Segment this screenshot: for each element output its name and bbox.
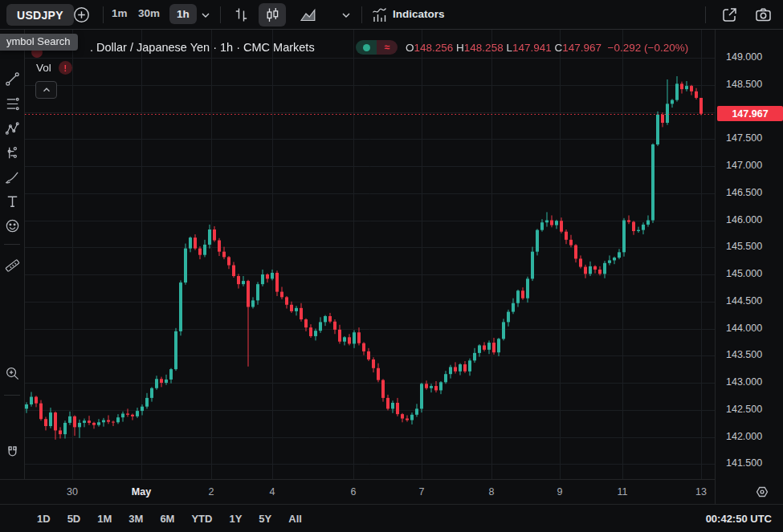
- time-tick-label: 2: [209, 486, 214, 497]
- time-tick-label: 6: [351, 486, 357, 497]
- price-tick-label: 143.500: [726, 349, 762, 360]
- tool-brush-icon[interactable]: [2, 167, 22, 186]
- interval-1m-button[interactable]: 1m: [112, 7, 128, 19]
- range-button-1Y[interactable]: 1Y: [229, 513, 242, 525]
- indicators-icon[interactable]: [370, 6, 389, 24]
- price-tick-label: 144.500: [726, 295, 762, 307]
- realtime-dot-icon: [363, 44, 370, 51]
- legend-collapse-button[interactable]: [35, 81, 57, 99]
- top-toolbar: USDJPY 1m 30m 1h Indicators: [0, 0, 783, 30]
- time-tick-label: 7: [419, 486, 425, 497]
- chevron-up-icon: [41, 84, 52, 95]
- price-tick-label: 146.000: [726, 214, 762, 225]
- time-tick-label: 13: [695, 486, 707, 497]
- tool-magnet-icon[interactable]: [2, 442, 22, 461]
- tool-trendline-icon[interactable]: [2, 69, 22, 88]
- price-tick-label: 144.000: [726, 323, 762, 334]
- compare-add-icon[interactable]: [72, 6, 91, 24]
- volume-study-row: Vol !: [36, 61, 72, 75]
- range-button-6M[interactable]: 6M: [160, 513, 174, 525]
- price-tick-label: 145.500: [726, 241, 762, 252]
- price-axis[interactable]: 149.000148.500147.500147.000146.500146.0…: [715, 30, 783, 504]
- interval-chevron-down-icon[interactable]: [199, 9, 218, 27]
- change-readout: −0.292 (−0.20%): [608, 42, 689, 54]
- date-range-buttons: 1D5D1M3M6MYTD1Y5YAll: [0, 513, 302, 525]
- price-tick-label: 147.000: [726, 160, 762, 171]
- indicators-button[interactable]: Indicators: [393, 8, 445, 20]
- tradingview-app: USDJPY 1m 30m 1h Indicators: [0, 0, 783, 532]
- toolbar-separator: [705, 6, 706, 23]
- range-button-All[interactable]: All: [288, 513, 302, 525]
- market-status-toggle[interactable]: ≈: [356, 40, 398, 55]
- price-tick-label: 148.500: [726, 79, 762, 90]
- candles-chart-type-icon: [263, 6, 282, 24]
- utc-clock[interactable]: 00:42:50 UTC: [706, 513, 772, 525]
- range-button-1M[interactable]: 1M: [97, 513, 112, 525]
- time-tick-label: 8: [489, 486, 495, 497]
- candles-chart-type-button[interactable]: [259, 3, 286, 26]
- toolbar-separator: [103, 6, 104, 23]
- sidebar-separator: [4, 395, 20, 396]
- toolbar-separator: [361, 6, 362, 23]
- price-tick-label: 142.000: [726, 431, 762, 442]
- price-tick-label: 145.000: [726, 268, 762, 279]
- range-button-YTD[interactable]: YTD: [191, 513, 212, 525]
- symbol-search-tooltip: ymbol Search: [0, 34, 78, 51]
- price-tick-label: 147.500: [726, 132, 762, 144]
- price-tick-label: 146.500: [726, 187, 762, 198]
- interval-1h-button[interactable]: 1h: [169, 4, 197, 24]
- sidebar-separator: [4, 244, 20, 245]
- tool-emoji-icon[interactable]: [2, 216, 22, 235]
- delayed-data-icon: ≈: [377, 40, 398, 55]
- bars-chart-type-icon[interactable]: [232, 6, 251, 24]
- area-chart-type-icon[interactable]: [299, 6, 317, 24]
- range-button-5Y[interactable]: 5Y: [259, 513, 271, 525]
- price-tick-label: 141.500: [726, 457, 762, 469]
- axis-settings-gear-icon[interactable]: [753, 483, 771, 501]
- price-tick-label: 142.500: [726, 404, 762, 415]
- time-tick-label: 4: [270, 486, 275, 497]
- share-icon[interactable]: [720, 6, 739, 24]
- time-tick-label: 11: [618, 486, 628, 497]
- range-button-5D[interactable]: 5D: [67, 513, 81, 525]
- range-button-3M[interactable]: 3M: [128, 513, 143, 525]
- chart-type-chevron-down-icon[interactable]: [340, 9, 358, 27]
- price-tick-label: 149.000: [726, 51, 762, 63]
- tool-forecast-icon[interactable]: [2, 143, 22, 162]
- tool-zoom-icon[interactable]: [2, 363, 22, 383]
- range-button-1D[interactable]: 1D: [37, 513, 51, 525]
- time-tick-label: 9: [557, 486, 563, 497]
- time-tick-label: 30: [67, 486, 78, 497]
- tool-pattern-icon[interactable]: [2, 119, 22, 138]
- symbol-description: . Dollar / Japanese Yen · 1h · CMC Marke…: [90, 41, 315, 54]
- volume-study-label: Vol: [36, 62, 51, 74]
- snapshot-camera-icon[interactable]: [754, 6, 773, 24]
- symbol-search-button[interactable]: USDJPY: [6, 4, 74, 26]
- realtime-status-segment: [356, 40, 377, 55]
- candlestick-canvas[interactable]: [25, 30, 715, 479]
- time-tick-label: May: [132, 486, 151, 497]
- interval-30m-button[interactable]: 30m: [138, 7, 160, 19]
- study-error-icon[interactable]: !: [59, 61, 72, 75]
- ohlc-readout: O148.256 H148.258 L147.941 C147.967 −0.2…: [406, 42, 688, 54]
- toolbar-separator: [220, 6, 221, 23]
- bottom-toolbar: 1D5D1M3M6MYTD1Y5YAll 00:42:50 UTC: [0, 504, 783, 532]
- price-tick-label: 143.000: [726, 376, 762, 388]
- tool-text-icon[interactable]: [2, 191, 22, 210]
- time-axis[interactable]: 30May2467891113: [0, 479, 715, 504]
- symbol-legend: . Dollar / Japanese Yen · 1h · CMC Marke…: [90, 39, 315, 55]
- tool-fib-lines-icon[interactable]: [2, 94, 22, 113]
- current-price-label: 147.967: [717, 106, 783, 121]
- drawing-tools-sidebar: [0, 30, 24, 504]
- tool-ruler-icon[interactable]: [2, 255, 22, 274]
